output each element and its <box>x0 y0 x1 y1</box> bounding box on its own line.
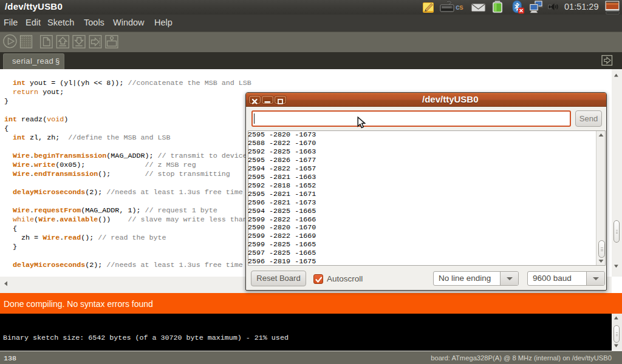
svg-text:s: s <box>459 3 463 12</box>
